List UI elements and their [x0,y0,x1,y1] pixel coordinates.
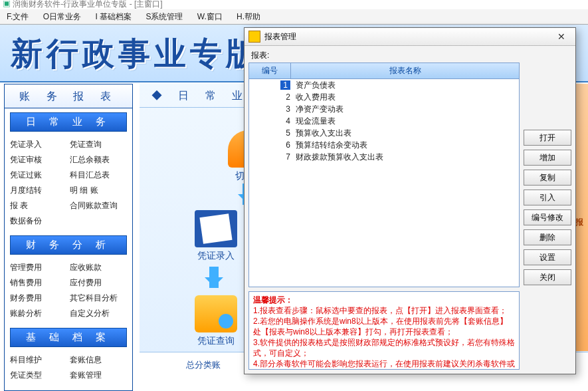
link-fin-fee[interactable]: 财务费用 [9,291,68,306]
link-detail-ledger[interactable]: 明 细 账 [68,183,128,198]
dialog-title: 报表管理 [264,31,551,43]
window-title: ▣ 润衡财务软件-行政事业单位专版 - [主窗口] [3,0,163,9]
link-manage-fee[interactable]: 管理费用 [9,260,68,275]
link-report[interactable]: 报 表 [9,198,68,213]
add-button[interactable]: 增加 [524,150,571,166]
link-voucher-audit[interactable]: 凭证审核 [9,152,68,168]
col-no: 编号 [249,63,291,78]
tips-header: 温馨提示： [253,295,293,305]
basic-links: 科目维护 套账信息 凭证类型 套账管理 [5,351,132,386]
tip-2: 2.若您的电脑操作系统是win8以上版本，在使用报表前先将【套账信息】处【报表与… [253,317,508,336]
link-voucher-entry[interactable]: 凭证录入 [9,137,68,152]
link-voucher-query[interactable]: 凭证查询 [68,137,128,152]
delete-button[interactable]: 删除 [524,229,571,245]
close-button[interactable]: 关闭 [524,269,571,285]
row-name: 收入费用表 [294,92,519,103]
renum-button[interactable]: 编号修改 [524,209,571,225]
link-payable[interactable]: 应付费用 [68,275,128,291]
link-subject-maint[interactable]: 科目维护 [9,352,68,368]
clipboard-icon [195,210,237,247]
list-row[interactable]: 7财政拨款预算收入支出表 [249,151,519,163]
row-no: 2 [249,92,294,102]
row-name: 预算结转结余变动表 [294,140,519,151]
close-icon[interactable]: ✕ [551,31,571,42]
ws-query-label: 凭证查询 [197,335,235,346]
menu-file[interactable]: F.文件 [7,12,29,21]
report-manage-dialog: 报表管理 ✕ 报表: 编号 报表名称 1资产负债表2收入费用表3净资产变动表4现… [244,27,576,374]
menu-help[interactable]: H.帮助 [237,12,260,21]
row-no: 7 [249,152,294,162]
setting-button[interactable]: 设置 [524,249,571,265]
menu-system[interactable]: S系统管理 [146,12,183,21]
link-sale-fee[interactable]: 销售费用 [9,275,68,291]
ws-entry-label: 凭证录入 [197,250,235,261]
open-button[interactable]: 打开 [524,130,571,146]
link-month-close[interactable]: 月度结转 [9,183,68,198]
row-name: 净资产变动表 [294,104,519,115]
import-button[interactable]: 引入 [524,190,571,205]
daily-links: 凭证录入 凭证查询 凭证审核 汇总余额表 凭证过账 科目汇总表 月度结转 明 细… [5,136,132,231]
dialog-icon [248,31,260,43]
menu-daily[interactable]: O日常业务 [43,12,81,21]
link-summary-balance[interactable]: 汇总余额表 [68,152,128,168]
section-basic: 基 础 档 案 [10,328,127,347]
row-no: 6 [249,140,294,150]
app-icon: ▣ [3,0,11,9]
row-name: 预算收入支出表 [294,128,519,139]
link-voucher-type[interactable]: 凭证类型 [9,368,68,383]
section-daily: 日 常 业 务 [10,112,127,132]
tips-box: 温馨提示： 1.报表查看步骤：鼠标选中要查的报表，点【打开】进入报表界面查看； … [248,291,520,370]
row-name: 财政拨款预算收入支出表 [294,152,519,163]
group-label: 报表: [251,50,520,61]
link-receivable[interactable]: 应收账款 [68,260,128,275]
copy-button[interactable]: 复制 [524,170,571,186]
col-name: 报表名称 [291,63,519,78]
dialog-titlebar[interactable]: 报表管理 ✕ [245,28,575,46]
link-subject-summary[interactable]: 科目汇总表 [68,168,128,183]
list-row[interactable]: 3净资产变动表 [249,103,519,115]
tip-1: 1.报表查看步骤：鼠标选中要查的报表，点【打开】进入报表界面查看； [253,306,507,315]
row-no: 4 [249,116,294,126]
list-row[interactable]: 1资产负债表 [249,79,519,91]
dialog-buttons: 打开 增加 复制 引入 编号修改 删除 设置 关闭 [524,50,571,370]
list-row[interactable]: 5预算收入支出表 [249,127,519,139]
report-listbox[interactable]: 编号 报表名称 1资产负债表2收入费用表3净资产变动表4现金流量表5预算收入支出… [248,63,520,287]
tip-3: 3.软件提供的报表格式是按照财政部规定的标准格式预设好，若您有特殊格式，可自定义… [253,338,515,358]
folder-search-icon [195,295,237,332]
link-voucher-post[interactable]: 凭证过账 [9,168,68,183]
list-row[interactable]: 4现金流量表 [249,115,519,127]
link-custom[interactable]: 自定义分析 [68,306,128,321]
row-name: 资产负债表 [294,80,519,91]
link-account-mgmt[interactable]: 套账管理 [68,368,128,383]
link-backup[interactable]: 数据备份 [9,213,128,229]
row-name: 现金流量表 [294,116,519,127]
link-account-info[interactable]: 套账信息 [68,352,128,368]
sidebar: 账 务 报 表 日 常 业 务 凭证录入 凭证查询 凭证审核 汇总余额表 凭证过… [4,84,133,391]
menu-basic[interactable]: I 基础档案 [95,12,132,21]
bottom-item-general-ledger[interactable]: 总分类账 [186,359,221,371]
row-no: 3 [249,104,294,114]
link-aging[interactable]: 账龄分析 [9,306,68,321]
tip-4: 4.部分杀毒软件可能会影响您报表运行，在使用报表前建议关闭杀毒软件或安全卫士等第… [253,359,515,370]
link-contract-query[interactable]: 合同账款查询 [68,198,128,213]
row-no: 1 [249,80,294,90]
list-row[interactable]: 2收入费用表 [249,91,519,103]
finance-links: 管理费用 应收账款 销售费用 应付费用 财务费用 其它科目分析 账龄分析 自定义… [5,259,132,324]
menubar: F.文件 O日常业务 I 基础档案 S系统管理 W.窗口 H.帮助 [0,9,588,25]
link-other-subj[interactable]: 其它科目分析 [68,291,128,306]
list-header: 编号 报表名称 [249,63,519,79]
arrow-icon [209,267,219,288]
row-no: 5 [249,128,294,138]
section-finance: 财 务 分 析 [10,235,127,255]
list-row[interactable]: 6预算结转结余变动表 [249,139,519,151]
menu-window[interactable]: W.窗口 [197,12,223,21]
sidebar-title: 账 务 报 表 [5,84,132,108]
